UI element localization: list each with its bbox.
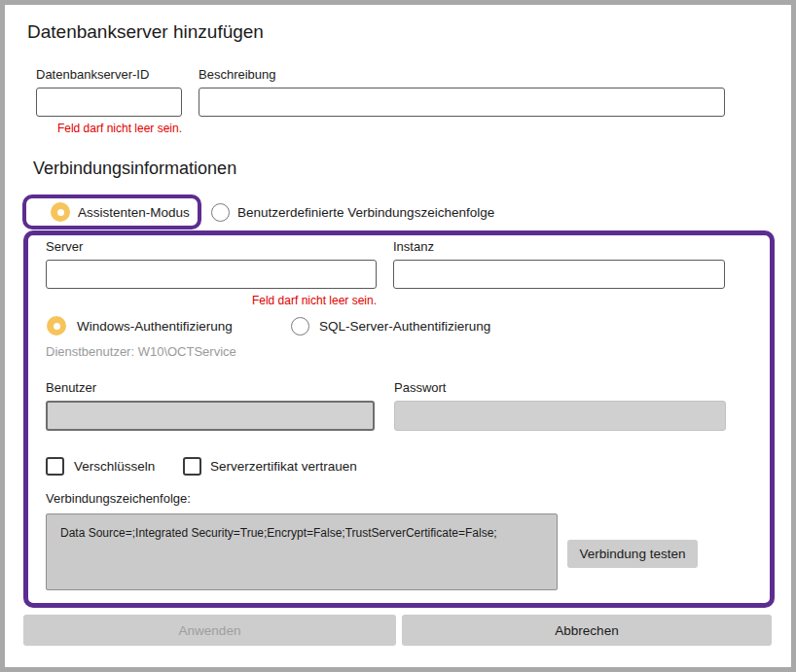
custom-connection-string-radio[interactable] — [211, 203, 230, 222]
page-title: Datenbankserver hinzufügen — [27, 21, 264, 43]
instance-label: Instanz — [393, 239, 434, 254]
db-id-label: Datenbankserver-ID — [36, 67, 149, 82]
user-label: Benutzer — [46, 380, 96, 395]
instance-input[interactable] — [393, 260, 725, 289]
connection-section-heading: Verbindungsinformationen — [33, 159, 236, 179]
server-error: Feld darf nicht leer sein. — [46, 294, 377, 307]
db-id-input[interactable] — [36, 88, 182, 117]
encrypt-option[interactable]: Verschlüsseln — [46, 457, 155, 476]
connection-string-label: Verbindungszeichenfolge: — [46, 491, 191, 506]
user-input — [46, 401, 375, 431]
wizard-mode-label: Assistenten-Modus — [78, 205, 190, 220]
custom-connection-string-option[interactable]: Benutzerdefinierte Verbindungszeichenfol… — [211, 195, 494, 230]
windows-auth-option[interactable]: Windows-Authentifizierung — [47, 316, 233, 336]
add-database-server-dialog: Datenbankserver hinzufügen Datenbankserv… — [0, 0, 796, 672]
server-input[interactable] — [46, 260, 377, 289]
radio-dot-icon — [54, 323, 60, 330]
cancel-button[interactable]: Abbrechen — [402, 615, 772, 646]
windows-auth-radio[interactable] — [47, 316, 66, 336]
custom-connection-string-label: Benutzerdefinierte Verbindungszeichenfol… — [237, 205, 494, 220]
wizard-mode-radio[interactable] — [51, 202, 70, 222]
sql-auth-label: SQL-Server-Authentifizierung — [319, 319, 490, 334]
service-user-text: Dienstbenutzer: W10\OCTService — [46, 344, 236, 359]
encrypt-checkbox[interactable] — [46, 457, 64, 476]
radio-dot-icon — [57, 209, 64, 216]
wizard-mode-option[interactable]: Assistenten-Modus — [22, 195, 201, 230]
test-connection-button[interactable]: Verbindung testen — [567, 540, 698, 568]
sql-auth-option[interactable]: SQL-Server-Authentifizierung — [291, 316, 490, 336]
sql-auth-radio[interactable] — [291, 317, 309, 336]
db-id-error: Feld darf nicht leer sein. — [36, 122, 182, 135]
trust-certificate-option[interactable]: Serverzertifikat vertrauen — [183, 457, 357, 476]
password-input — [394, 401, 726, 431]
server-label: Server — [46, 239, 83, 254]
trust-certificate-checkbox[interactable] — [183, 457, 201, 476]
apply-button[interactable]: Anwenden — [23, 615, 396, 646]
description-input[interactable] — [199, 88, 725, 117]
encrypt-label: Verschlüsseln — [74, 459, 155, 474]
connection-string-value: Data Source=;Integrated Security=True;En… — [46, 513, 558, 590]
password-label: Passwort — [394, 380, 446, 395]
trust-certificate-label: Serverzertifikat vertrauen — [210, 459, 357, 474]
description-label: Beschreibung — [199, 67, 276, 82]
windows-auth-label: Windows-Authentifizierung — [77, 319, 233, 334]
